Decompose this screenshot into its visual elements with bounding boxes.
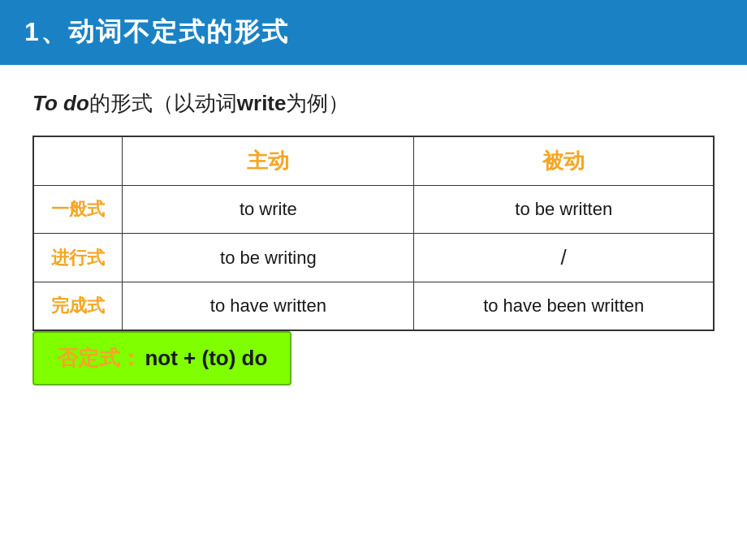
table-row: 进行式 to be writing / [33, 234, 714, 282]
table-row: 一般式 to write to be written [33, 186, 714, 234]
negation-colon: ： [120, 346, 141, 370]
content-area: To do的形式（以动词write为例） 主动 被动 一般式 to write … [0, 89, 747, 386]
slide: 1、动词不定式的形式 To do的形式（以动词write为例） 主动 被动 一般… [0, 0, 747, 560]
cell-perfect-active: to have written [123, 282, 414, 331]
negation-formula: not + (to) do [145, 346, 267, 370]
negation-label: 否定式： [57, 346, 141, 370]
row-label-progressive: 进行式 [33, 234, 123, 282]
row-label-perfect: 完成式 [33, 282, 123, 331]
table-row: 完成式 to have written to have been written [33, 282, 714, 331]
conjugation-table: 主动 被动 一般式 to write to be written 进行式 to … [32, 136, 715, 331]
header-bar: 1、动词不定式的形式 [0, 0, 747, 65]
subtitle-write: write [237, 91, 287, 115]
subtitle: To do的形式（以动词write为例） [32, 89, 715, 118]
cell-progressive-active: to be writing [123, 234, 414, 282]
header-passive: 被动 [414, 136, 714, 186]
cell-general-active: to write [123, 186, 414, 234]
cell-progressive-passive: / [414, 234, 714, 282]
subtitle-middle: 的形式（以动词write为例） [89, 91, 350, 115]
cell-general-passive: to be written [414, 186, 714, 234]
subtitle-to-do: To do [32, 91, 89, 115]
row-label-general: 一般式 [33, 186, 123, 234]
header-active: 主动 [123, 136, 414, 186]
table-header-row: 主动 被动 [33, 136, 714, 186]
header-title: 1、动词不定式的形式 [24, 17, 289, 46]
cell-perfect-passive: to have been written [414, 282, 714, 331]
header-empty-cell [33, 136, 123, 186]
negation-box: 否定式： not + (to) do [32, 331, 291, 386]
